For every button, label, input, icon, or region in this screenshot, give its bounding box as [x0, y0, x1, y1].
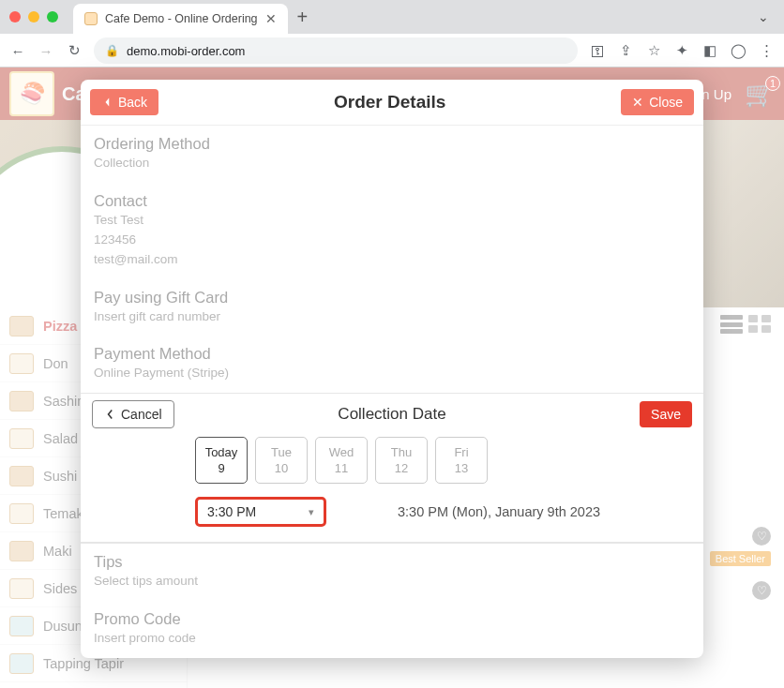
section-label: Payment Method — [94, 345, 690, 363]
tabs-dropdown-icon[interactable]: ⌄ — [752, 6, 775, 28]
window-controls — [9, 11, 58, 22]
save-button-label: Save — [651, 407, 681, 422]
day-picker: Today9 Tue10 Wed11 Thu12 Fri13 — [195, 437, 692, 484]
section-placeholder: Select tips amount — [94, 573, 690, 591]
chevron-left-icon — [104, 409, 115, 420]
nav-back-icon[interactable]: ← — [9, 43, 26, 59]
browser-chrome: Cafe Demo - Online Ordering ✕ + ⌄ ← → ↻ … — [0, 0, 784, 67]
day-option-thu[interactable]: Thu12 — [375, 437, 428, 484]
section-label: Tips — [94, 553, 690, 571]
section-placeholder: Insert promo code — [94, 630, 690, 648]
section-payment-method[interactable]: Payment Method Online Payment (Stripe) — [81, 336, 703, 393]
day-option-fri[interactable]: Fri13 — [435, 437, 488, 484]
time-select[interactable]: 3:30 PM ▾ — [195, 497, 326, 527]
key-icon[interactable]: ⚿ — [589, 43, 606, 59]
nav-forward-icon[interactable]: → — [38, 43, 54, 59]
contact-name: Test Test — [94, 212, 690, 230]
close-icon: ✕ — [632, 95, 643, 110]
new-tab-button[interactable]: + — [297, 7, 309, 28]
lock-icon: 🔒 — [105, 44, 119, 57]
cancel-button-label: Cancel — [121, 407, 162, 422]
panel-icon[interactable]: ◧ — [701, 42, 718, 59]
back-button[interactable]: Back — [90, 89, 158, 115]
close-button[interactable]: ✕ Close — [621, 89, 694, 115]
back-button-label: Back — [118, 95, 147, 110]
section-tips[interactable]: Tips Select tips amount — [81, 543, 703, 601]
profile-icon[interactable]: ◯ — [730, 42, 746, 59]
cancel-button[interactable]: Cancel — [92, 400, 174, 428]
url-text: demo.mobi-order.com — [127, 44, 245, 58]
window-minimize-icon[interactable] — [28, 11, 39, 22]
order-details-modal: Back Order Details ✕ Close Ordering Meth… — [81, 80, 703, 658]
chevron-left-icon — [101, 97, 113, 108]
section-value: Collection — [94, 155, 690, 172]
section-gift-card[interactable]: Pay using Gift Card Insert gift card num… — [81, 279, 703, 337]
section-label: Pay using Gift Card — [94, 289, 690, 307]
menu-icon[interactable]: ⋮ — [758, 42, 775, 59]
extensions-icon[interactable]: ✦ — [673, 42, 690, 59]
browser-tab[interactable]: Cafe Demo - Online Ordering ✕ — [73, 4, 288, 34]
section-ordering-method[interactable]: Ordering Method Collection — [81, 126, 703, 183]
collection-date-title: Collection Date — [338, 405, 445, 424]
time-select-value: 3:30 PM — [207, 504, 256, 519]
contact-email: test@mail.com — [94, 251, 690, 269]
section-placeholder: Insert gift card number — [94, 308, 690, 326]
section-collection-date: Cancel Collection Date Save Today9 Tue10… — [81, 393, 703, 543]
bookmark-icon[interactable]: ☆ — [645, 42, 662, 59]
modal-title: Order Details — [158, 92, 621, 112]
section-label: Promo Code — [94, 610, 690, 628]
share-icon[interactable]: ⇪ — [617, 42, 634, 59]
section-value: Online Payment (Stripe) — [94, 365, 690, 382]
time-display: 3:30 PM (Mon), January 9th 2023 — [398, 504, 600, 519]
close-tab-icon[interactable]: ✕ — [265, 11, 277, 26]
section-label: Contact — [94, 192, 690, 210]
section-contact[interactable]: Contact Test Test 123456 test@mail.com — [81, 183, 703, 279]
day-option-tue[interactable]: Tue10 — [255, 437, 308, 484]
section-label: Ordering Method — [94, 135, 690, 153]
window-close-icon[interactable] — [9, 11, 21, 22]
close-button-label: Close — [649, 95, 683, 110]
chevron-down-icon: ▾ — [309, 506, 314, 518]
section-promo-code[interactable]: Promo Code Insert promo code — [81, 601, 703, 658]
tab-title: Cafe Demo - Online Ordering — [105, 12, 258, 25]
contact-phone: 123456 — [94, 232, 690, 249]
window-maximize-icon[interactable] — [47, 11, 58, 22]
address-bar[interactable]: 🔒 demo.mobi-order.com — [94, 37, 578, 64]
save-button[interactable]: Save — [640, 401, 692, 427]
favicon-icon — [84, 12, 98, 25]
day-option-today[interactable]: Today9 — [195, 437, 248, 484]
day-option-wed[interactable]: Wed11 — [315, 437, 368, 484]
reload-icon[interactable]: ↻ — [66, 42, 83, 59]
